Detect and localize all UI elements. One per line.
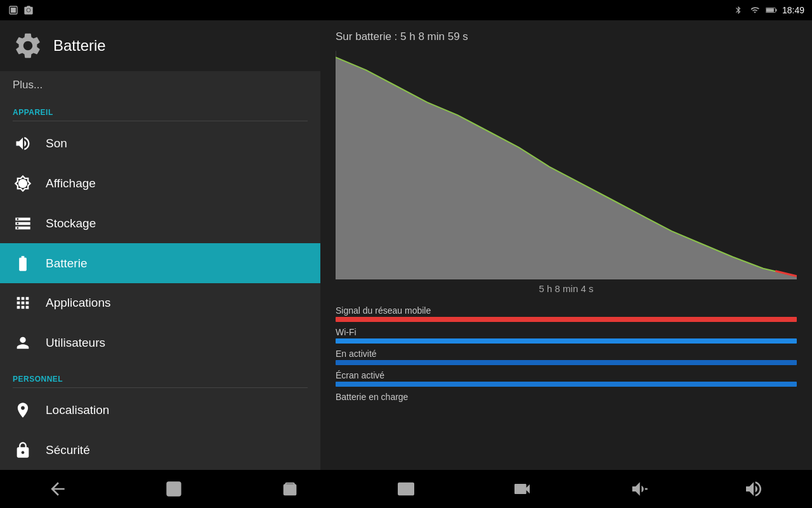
sidebar-item-applications[interactable]: Applications [0, 283, 320, 323]
gear-icon [13, 30, 43, 61]
battery-status-icon [766, 4, 777, 16]
usage-item-activite: En activité [336, 346, 797, 365]
usage-bar-activite [336, 360, 797, 365]
sidebar-label-utilisateurs: Utilisateurs [46, 336, 105, 350]
usage-label-wifi: Wi-Fi [336, 324, 797, 338]
camera-icon [23, 4, 34, 16]
chart-duration-label: 5 h 8 min 4 s [320, 279, 812, 298]
sidebar-item-securite[interactable]: Sécurité [0, 430, 320, 470]
home-button[interactable] [155, 476, 193, 502]
main-container: Batterie Plus... APPAREIL Son Aff [0, 20, 812, 470]
battery-icon [13, 253, 33, 274]
brightness-icon [13, 173, 33, 194]
sidebar-item-stockage[interactable]: Stockage [0, 203, 320, 243]
svg-rect-5 [766, 8, 774, 11]
usage-label-activite: En activité [336, 346, 797, 360]
sidebar-item-batterie[interactable]: Batterie [0, 243, 320, 283]
battery-chart-container [336, 51, 797, 279]
volume-up-button[interactable] [735, 476, 773, 502]
header-title: Batterie [53, 37, 106, 55]
sidebar: Batterie Plus... APPAREIL Son Aff [0, 20, 320, 470]
person-icon [13, 333, 33, 353]
screenshot-nav-button[interactable] [387, 476, 425, 502]
svg-rect-10 [167, 482, 181, 495]
sidebar-label-batterie: Batterie [46, 257, 87, 271]
usage-item-charge: Batterie en charge [336, 389, 797, 403]
bottom-nav [0, 470, 812, 508]
app-header: Batterie [0, 20, 320, 71]
more-item[interactable]: Plus... [0, 71, 320, 99]
lock-icon [13, 440, 33, 460]
apps-icon [13, 293, 33, 313]
recents-button[interactable] [271, 476, 309, 502]
status-bar-right: 18:49 [733, 4, 804, 16]
bluetooth-icon [733, 4, 744, 16]
usage-bar-ecran [336, 382, 797, 387]
more-label: Plus... [13, 79, 43, 91]
usage-bar-signal [336, 317, 797, 322]
usage-bar-wifi [336, 338, 797, 344]
camera-nav-button[interactable] [503, 476, 541, 502]
storage-icon [13, 213, 33, 234]
section-divider-personnel [13, 387, 308, 388]
sidebar-label-applications: Applications [46, 296, 110, 310]
section-appareil: APPAREIL [0, 99, 320, 121]
usage-label-ecran: Écran activé [336, 368, 797, 382]
location-icon [13, 400, 33, 420]
back-button[interactable] [39, 476, 77, 502]
sidebar-item-son[interactable]: Son [0, 124, 320, 164]
usage-item-wifi: Wi-Fi [336, 324, 797, 344]
section-personnel: PERSONNEL [0, 366, 320, 387]
clock: 18:49 [782, 5, 804, 15]
svg-point-14 [403, 486, 409, 491]
status-bar: 18:49 [0, 0, 812, 20]
volume-down-button[interactable] [619, 476, 657, 502]
svg-rect-4 [776, 9, 777, 11]
battery-chart-svg [336, 51, 797, 279]
screenshot-icon [8, 4, 19, 16]
svg-point-2 [27, 8, 30, 11]
battery-time-label: Sur batterie : 5 h 8 min 59 s [320, 20, 812, 51]
usage-bars: Signal du réseau mobile Wi-Fi En activit… [320, 298, 812, 406]
usage-label-signal: Signal du réseau mobile [336, 303, 797, 317]
sidebar-label-affichage: Affichage [46, 177, 96, 190]
usage-item-ecran: Écran activé [336, 368, 797, 387]
usage-item-signal: Signal du réseau mobile [336, 303, 797, 322]
sidebar-item-affichage[interactable]: Affichage [0, 164, 320, 204]
usage-label-charge: Batterie en charge [336, 389, 797, 403]
content-area: Sur batterie : 5 h 8 min 59 s 5 h 8 min … [320, 20, 812, 470]
sidebar-item-utilisateurs[interactable]: Utilisateurs [0, 323, 320, 363]
sidebar-label-localisation: Localisation [46, 403, 109, 417]
sidebar-label-stockage: Stockage [46, 217, 96, 231]
sidebar-label-son: Son [46, 137, 67, 150]
section-divider-appareil [13, 121, 308, 121]
svg-rect-1 [11, 8, 16, 13]
status-bar-left [8, 4, 34, 16]
sidebar-label-securite: Sécurité [46, 443, 90, 457]
wifi-status-icon [749, 4, 761, 16]
sidebar-item-localisation[interactable]: Localisation [0, 390, 320, 430]
volume-icon [13, 133, 33, 154]
